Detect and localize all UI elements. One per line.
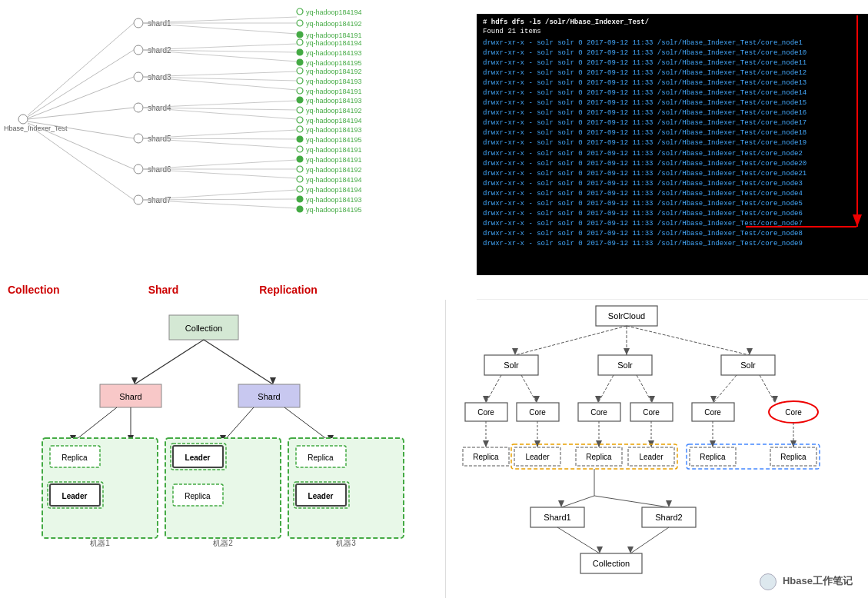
terminal-lines: drwxr-xr-x - solr solr 0 2017-09-12 11:3… — [483, 38, 862, 249]
svg-point-72 — [297, 176, 303, 182]
svg-text:yq-hadoop184194: yq-hadoop184194 — [306, 39, 362, 47]
terminal-line: drwxr-xr-x - solr solr 0 2017-09-12 11:3… — [483, 58, 862, 68]
terminal-line: drwxr-xr-x - solr solr 0 2017-09-12 11:3… — [483, 128, 862, 138]
svg-text:yq-hadoop184194: yq-hadoop184194 — [306, 8, 362, 16]
left-diagram-svg: Collection Shard Shard — [0, 300, 446, 598]
svg-text:Leader: Leader — [185, 453, 211, 462]
terminal-line: drwxr-xr-x - solr solr 0 2017-09-12 11:3… — [483, 118, 862, 128]
svg-text:yq-hadoop184193: yq-hadoop184193 — [306, 49, 362, 57]
svg-marker-144 — [483, 396, 489, 403]
svg-text:yq-hadoop184191: yq-hadoop184191 — [306, 156, 362, 164]
svg-text:Solr: Solr — [617, 360, 633, 370]
svg-text:yq-hadoop184195: yq-hadoop184195 — [306, 59, 362, 67]
svg-marker-133 — [512, 348, 518, 355]
svg-line-151 — [760, 375, 775, 403]
svg-point-27 — [297, 32, 303, 38]
svg-line-143 — [521, 375, 537, 403]
svg-point-52 — [297, 107, 303, 113]
svg-line-99 — [73, 407, 117, 442]
terminal-cmd: # hdfs dfs -ls /solr/Hbase_Indexer_Test/ — [483, 18, 862, 26]
svg-line-142 — [486, 375, 501, 403]
terminal-line: drwxr-xr-x - solr solr 0 2017-09-12 11:3… — [483, 229, 862, 239]
svg-text:Leader: Leader — [639, 453, 663, 461]
svg-text:yq-hadoop184192: yq-hadoop184192 — [306, 107, 362, 115]
svg-point-10 — [134, 134, 143, 143]
svg-point-8 — [134, 103, 143, 112]
svg-point-77 — [297, 186, 303, 192]
svg-marker-148 — [595, 396, 601, 403]
label-replication: Replication — [259, 284, 317, 296]
watermark-text: Hbase工作笔记 — [783, 575, 853, 586]
svg-line-83 — [143, 190, 297, 200]
svg-text:机器2: 机器2 — [213, 539, 233, 547]
bottom-left-diagram: Collection Shard Shard — [0, 300, 446, 598]
svg-text:Leader: Leader — [308, 492, 334, 500]
svg-text:yq-hadoop184191: yq-hadoop184191 — [306, 32, 362, 39]
svg-marker-134 — [624, 348, 630, 355]
svg-text:Replica: Replica — [473, 453, 499, 461]
terminal-line: drwxr-xr-x - solr solr 0 2017-09-12 11:3… — [483, 189, 862, 199]
svg-text:Solr: Solr — [504, 360, 519, 370]
svg-point-54 — [297, 117, 303, 123]
svg-line-76 — [143, 169, 297, 178]
svg-line-103 — [223, 407, 254, 442]
watermark: Hbase工作笔记 — [760, 573, 853, 590]
terminal-line: drwxr-xr-x - solr solr 0 2017-09-12 11:3… — [483, 159, 862, 169]
svg-marker-145 — [534, 396, 540, 403]
terminal-line: drwxr-xr-x - solr solr 0 2017-09-12 11:3… — [483, 149, 862, 159]
terminal-line: drwxr-xr-x - solr solr 0 2017-09-12 11:3… — [483, 169, 862, 179]
terminal-line: drwxr-xr-x - solr solr 0 2017-09-12 11:3… — [483, 199, 862, 209]
svg-point-43 — [297, 78, 303, 84]
terminal-line: drwxr-xr-x - solr solr 0 2017-09-12 11:3… — [483, 98, 862, 108]
svg-text:机器3: 机器3 — [336, 539, 356, 547]
svg-marker-172 — [483, 440, 489, 447]
svg-point-41 — [297, 68, 303, 74]
terminal-line: drwxr-xr-x - solr solr 0 2017-09-12 11:3… — [483, 239, 862, 249]
svg-line-201 — [557, 527, 600, 553]
svg-text:Solr: Solr — [740, 360, 756, 370]
svg-text:yq-hadoop184192: yq-hadoop184192 — [306, 68, 362, 75]
terminal-line: drwxr-xr-x - solr solr 0 2017-09-12 11:3… — [483, 108, 862, 118]
svg-text:yq-hadoop184193: yq-hadoop184193 — [306, 126, 362, 134]
svg-point-50 — [297, 97, 303, 103]
right-diagram-svg: SolrCloud Solr Solr Solr — [446, 300, 868, 598]
terminal-line: drwxr-xr-x - solr solr 0 2017-09-12 11:3… — [483, 38, 862, 48]
svg-text:机器1: 机器1 — [90, 539, 110, 547]
svg-text:yq-hadoop184194: yq-hadoop184194 — [306, 117, 362, 125]
svg-text:Shard1: Shard1 — [544, 513, 570, 522]
graph-area: Hbase_Indexer_Test shard1 shard2 shard3 … — [0, 0, 477, 300]
svg-text:yq-hadoop184195: yq-hadoop184195 — [306, 136, 362, 144]
svg-text:SolrCloud: SolrCloud — [608, 311, 645, 321]
svg-point-36 — [297, 59, 303, 65]
svg-marker-135 — [747, 348, 753, 355]
svg-text:Shard: Shard — [119, 392, 141, 401]
cluster-graph-svg: Hbase_Indexer_Test shard1 shard2 shard3 … — [0, 0, 477, 261]
svg-text:yq-hadoop184192: yq-hadoop184192 — [306, 20, 362, 28]
svg-marker-152 — [710, 396, 717, 403]
svg-line-91 — [135, 340, 204, 384]
terminal-line: drwxr-xr-x - solr solr 0 2017-09-12 11:3… — [483, 179, 862, 189]
svg-text:Collection: Collection — [185, 324, 222, 333]
svg-line-67 — [143, 138, 297, 148]
svg-point-45 — [297, 88, 303, 94]
svg-point-63 — [297, 146, 303, 152]
svg-text:yq-hadoop184195: yq-hadoop184195 — [306, 206, 362, 214]
svg-marker-196 — [666, 500, 672, 507]
svg-text:Core: Core — [643, 408, 660, 417]
svg-point-81 — [297, 206, 303, 212]
svg-text:Leader: Leader — [62, 492, 88, 500]
svg-text:yq-hadoop184194: yq-hadoop184194 — [306, 186, 362, 194]
terminal-container: # hdfs dfs -ls /solr/Hbase_Indexer_Test/… — [477, 0, 868, 299]
svg-point-4 — [134, 45, 143, 55]
svg-line-132 — [627, 326, 750, 355]
svg-line-74 — [143, 160, 297, 169]
svg-line-104 — [284, 407, 331, 442]
svg-line-130 — [515, 326, 627, 355]
terminal-line: drwxr-xr-x - solr solr 0 2017-09-12 11:3… — [483, 219, 862, 229]
terminal-line: drwxr-xr-x - solr solr 0 2017-09-12 11:3… — [483, 209, 862, 219]
svg-text:yq-hadoop184191: yq-hadoop184191 — [306, 88, 362, 95]
svg-text:Leader: Leader — [525, 453, 550, 461]
terminal-line: drwxr-xr-x - solr solr 0 2017-09-12 11:3… — [483, 88, 862, 98]
svg-text:yq-hadoop184194: yq-hadoop184194 — [306, 176, 362, 184]
svg-text:Core: Core — [785, 408, 802, 417]
